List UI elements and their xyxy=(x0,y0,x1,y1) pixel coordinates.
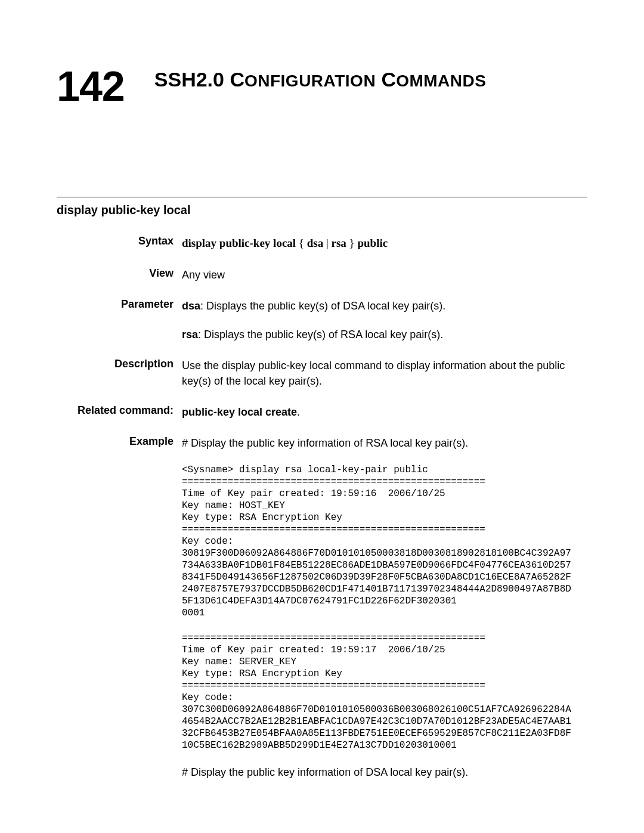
parameter-rsa: rsa: Displays the public key(s) of RSA l… xyxy=(182,327,587,342)
label-parameter: Parameter xyxy=(57,298,182,342)
row-syntax: Syntax display public-key local { dsa | … xyxy=(57,235,587,252)
description-text: Use the display public-key local command… xyxy=(182,360,565,387)
command-anchor: display public-key local xyxy=(57,203,587,217)
example-lead-1: # Display the public key information of … xyxy=(182,435,587,451)
label-example: Example xyxy=(57,435,182,780)
view-text: Any view xyxy=(182,269,225,281)
chapter-number: 142 xyxy=(57,66,125,107)
body-view: Any view xyxy=(182,267,587,283)
body-related: public-key local create. xyxy=(182,404,587,420)
row-related: Related command: public-key local create… xyxy=(57,404,587,420)
section-rule xyxy=(57,197,587,197)
body-description: Use the display public-key local command… xyxy=(182,358,587,389)
syntax-brace-close: } xyxy=(346,237,358,249)
row-view: View Any view xyxy=(57,267,587,283)
example-cli-2: ========================================… xyxy=(182,632,587,751)
param-rsa-key: rsa xyxy=(182,329,198,340)
chapter-title: SSH2.0 CONFIGURATION COMMANDS xyxy=(154,68,587,91)
syntax-kw-display: display public-key local xyxy=(182,237,296,249)
title-frag-4: OMMANDS xyxy=(396,72,486,90)
label-syntax: Syntax xyxy=(57,235,182,252)
chapter-header: 142 SSH2.0 CONFIGURATION COMMANDS xyxy=(57,66,587,107)
example-lead-2: # Display the public key information of … xyxy=(182,764,587,780)
syntax-brace-open: { xyxy=(296,237,307,249)
param-rsa-text: : Displays the public key(s) of RSA loca… xyxy=(198,329,443,340)
body-parameter: dsa: Displays the public key(s) of DSA l… xyxy=(182,298,587,342)
syntax-kw-public: public xyxy=(357,237,388,249)
syntax-command: display public-key local { dsa | rsa } p… xyxy=(182,237,388,249)
row-parameter: Parameter dsa: Displays the public key(s… xyxy=(57,298,587,342)
syntax-kw-dsa: dsa xyxy=(307,237,323,249)
example-cli-1: <Sysname> display rsa local-key-pair pub… xyxy=(182,464,587,619)
related-period: . xyxy=(297,406,300,418)
label-related: Related command: xyxy=(57,404,182,420)
row-description: Description Use the display public-key l… xyxy=(57,358,587,389)
related-text: public-key local create xyxy=(182,406,297,418)
page: 142 SSH2.0 CONFIGURATION COMMANDS displa… xyxy=(0,0,644,833)
syntax-kw-rsa: rsa xyxy=(332,237,346,249)
title-frag-3: C xyxy=(376,68,396,91)
syntax-pipe: | xyxy=(323,237,331,249)
param-dsa-text: : Displays the public key(s) of DSA loca… xyxy=(200,300,445,312)
body-example: # Display the public key information of … xyxy=(182,435,587,780)
parameter-dsa: dsa: Displays the public key(s) of DSA l… xyxy=(182,298,587,314)
label-view: View xyxy=(57,267,182,283)
row-example: Example # Display the public key informa… xyxy=(57,435,587,780)
title-frag-1: SSH2.0 C xyxy=(154,68,244,91)
title-frag-2: ONFIGURATION xyxy=(244,72,376,90)
param-dsa-key: dsa xyxy=(182,300,200,312)
label-description: Description xyxy=(57,358,182,389)
body-syntax: display public-key local { dsa | rsa } p… xyxy=(182,235,587,252)
